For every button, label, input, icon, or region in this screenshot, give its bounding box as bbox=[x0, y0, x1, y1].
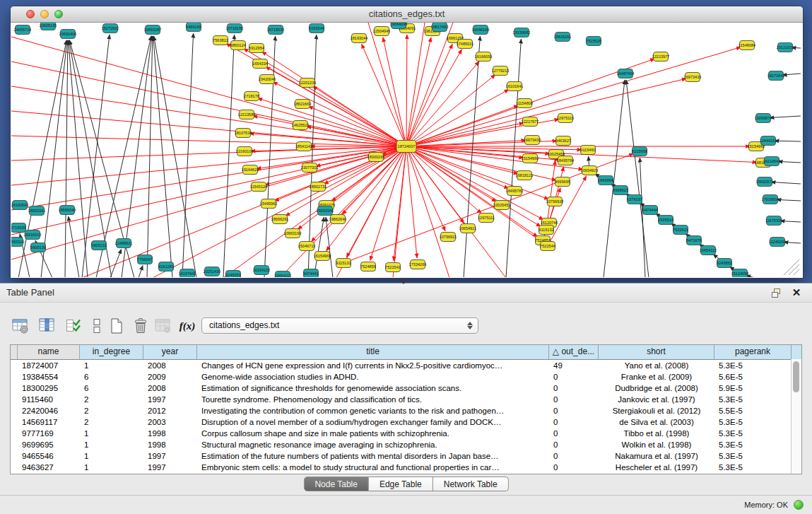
create-column-icon[interactable] bbox=[105, 315, 129, 337]
graph-node[interactable]: 15154960 bbox=[522, 154, 539, 163]
graph-node[interactable]: 7522541 bbox=[385, 263, 401, 272]
cell-year[interactable]: 1997 bbox=[143, 450, 197, 462]
graph-node[interactable]: 19164629 bbox=[242, 165, 259, 175]
graph-node[interactable]: 16154969 bbox=[314, 252, 331, 261]
cell-year[interactable]: 2009 bbox=[143, 371, 197, 382]
graph-node[interactable]: 8938923 bbox=[613, 186, 628, 195]
graph-node[interactable]: 15124058 bbox=[731, 269, 749, 278]
graph-node[interactable]: 7532621 bbox=[673, 226, 688, 235]
graph-node[interactable]: 12217977 bbox=[522, 117, 539, 127]
minimize-window-icon[interactable] bbox=[40, 10, 49, 18]
cell-name[interactable]: 19384554 bbox=[18, 371, 80, 382]
table-row[interactable]: 946362711997Embryonic stem cells: a mode… bbox=[11, 462, 801, 473]
graph-node[interactable]: 12779213 bbox=[492, 66, 510, 76]
graph-node[interactable]: 9715033 bbox=[11, 223, 26, 233]
graph-node[interactable]: 18541142 bbox=[295, 142, 312, 151]
graph-node[interactable]: 21488921 bbox=[115, 239, 133, 248]
graph-node[interactable]: 7563822 bbox=[213, 36, 228, 45]
cell-title[interactable]: Structural magnetic resonance image aver… bbox=[197, 439, 549, 450]
close-window-icon[interactable] bbox=[26, 10, 35, 18]
graph-node[interactable]: 12240294 bbox=[769, 238, 787, 247]
cell-pagerank[interactable]: 5.3E-5 bbox=[714, 428, 792, 439]
graph-node[interactable]: 16973439 bbox=[524, 136, 541, 145]
graph-node[interactable]: 12444151 bbox=[760, 136, 777, 146]
graph-node[interactable]: 18107534 bbox=[235, 129, 252, 138]
graph-node[interactable]: 10963199 bbox=[284, 229, 302, 238]
graph-node[interactable]: 23420046 bbox=[259, 75, 276, 84]
graph-node[interactable]: 16715535 bbox=[267, 25, 285, 35]
cell-short[interactable]: Stergiakouli et al. (2012) bbox=[599, 405, 714, 416]
cell-in_degree[interactable]: 2 bbox=[80, 416, 143, 428]
scrollbar-thumb[interactable] bbox=[793, 361, 799, 392]
cell-in_degree[interactable]: 1 bbox=[80, 428, 143, 439]
graph-node[interactable]: 9115132 bbox=[539, 226, 553, 235]
cell-short[interactable]: Tibbo et al. (1998) bbox=[599, 428, 714, 439]
graph-node[interactable]: 12504945 bbox=[373, 27, 391, 36]
cell-short[interactable]: Nakamura et al. (1997) bbox=[599, 450, 714, 462]
cell-out_degree[interactable]: 0 bbox=[549, 382, 599, 394]
cell-name[interactable]: 22420046 bbox=[18, 405, 80, 416]
cell-title[interactable]: Genome-wide association studies in ADHD. bbox=[197, 371, 549, 382]
zoom-window-icon[interactable] bbox=[54, 10, 63, 18]
cell-year[interactable]: 1997 bbox=[143, 462, 197, 473]
cell-in_degree[interactable]: 1 bbox=[80, 360, 143, 371]
graph-node[interactable]: 9860124 bbox=[230, 41, 246, 50]
cell-name[interactable]: 9115460 bbox=[18, 394, 80, 405]
graph-node[interactable]: 9699695 bbox=[555, 177, 570, 187]
cell-in_degree[interactable]: 1 bbox=[80, 450, 143, 462]
cell-name[interactable]: 18724007 bbox=[18, 360, 80, 371]
graph-node[interactable]: 10756928 bbox=[546, 197, 564, 206]
graph-node[interactable]: 9474441 bbox=[303, 269, 319, 278]
graph-node[interactable]: 15272602 bbox=[102, 24, 119, 33]
cell-out_degree[interactable]: 0 bbox=[549, 394, 599, 405]
cell-title[interactable]: Investigating the contribution of common… bbox=[197, 405, 549, 416]
cell-out_degree[interactable]: 0 bbox=[549, 462, 599, 473]
cell-year[interactable]: 2003 bbox=[143, 416, 197, 428]
graph-node[interactable]: 9245852 bbox=[717, 259, 732, 268]
table-row[interactable]: 1456911722003Disruption of a novel membe… bbox=[11, 416, 801, 428]
cell-name[interactable]: 9465546 bbox=[18, 450, 80, 462]
cell-year[interactable]: 1997 bbox=[143, 394, 197, 405]
graph-node[interactable]: 10719155 bbox=[226, 24, 244, 33]
cell-out_degree[interactable]: 0 bbox=[549, 450, 599, 462]
cell-pagerank[interactable]: 5.9E-5 bbox=[714, 382, 792, 394]
graph-node[interactable]: 11675339 bbox=[765, 216, 782, 226]
graph-node[interactable]: 9466169 bbox=[186, 23, 201, 32]
graph-node[interactable]: 26160593 bbox=[11, 201, 28, 210]
table-vertical-scrollbar[interactable] bbox=[791, 359, 801, 474]
column-header-name[interactable]: name bbox=[18, 345, 80, 359]
cell-out_degree[interactable]: 0 bbox=[549, 405, 599, 416]
graph-node[interactable]: 19817493 bbox=[431, 23, 449, 32]
graph-node[interactable]: 7522544 bbox=[540, 242, 555, 251]
graph-node[interactable]: 18193044 bbox=[351, 34, 368, 43]
graph-node[interactable]: 8215958 bbox=[632, 147, 647, 156]
graph-node[interactable]: 12213977 bbox=[652, 52, 670, 62]
graph-node[interactable]: 12201236 bbox=[299, 78, 317, 88]
cell-out_degree[interactable]: 0 bbox=[549, 371, 599, 382]
graph-node[interactable]: 15692971 bbox=[756, 177, 774, 187]
cell-title[interactable]: Tourette syndrome. Phenomenology and cla… bbox=[197, 394, 549, 405]
graph-node[interactable]: 16487494 bbox=[617, 69, 635, 78]
cell-in_degree[interactable]: 1 bbox=[80, 439, 143, 450]
graph-node[interactable]: 18273442 bbox=[767, 71, 785, 81]
graph-node[interactable]: 12975111 bbox=[478, 214, 495, 223]
cell-out_degree[interactable]: 0 bbox=[549, 416, 599, 428]
graph-node[interactable]: 28901731 bbox=[310, 182, 327, 192]
graph-node[interactable]: 1654334 bbox=[252, 59, 268, 69]
graph-node[interactable]: 19862640 bbox=[329, 215, 347, 224]
graph-node[interactable]: 10025451 bbox=[493, 201, 511, 210]
table-selector[interactable]: citations_edges.txt bbox=[201, 317, 478, 334]
graph-node[interactable]: 10553310 bbox=[11, 238, 24, 247]
splitter-handle[interactable] bbox=[400, 280, 407, 284]
graph-node[interactable]: 20605135 bbox=[40, 23, 57, 30]
graph-node[interactable]: 5905139 bbox=[30, 243, 46, 252]
graph-node[interactable]: 18993341 bbox=[28, 206, 46, 216]
tab-network-table[interactable]: Network Table bbox=[433, 477, 509, 491]
cell-in_degree[interactable]: 6 bbox=[80, 371, 143, 382]
graph-node[interactable]: 16818121 bbox=[516, 171, 534, 180]
cell-year[interactable]: 1998 bbox=[143, 428, 197, 439]
cell-short[interactable]: Franke et al. (2009) bbox=[599, 371, 714, 382]
graph-node[interactable]: 20251430 bbox=[204, 267, 221, 276]
memory-status-icon[interactable] bbox=[794, 500, 804, 510]
graph-node[interactable]: 18495781 bbox=[506, 187, 524, 196]
